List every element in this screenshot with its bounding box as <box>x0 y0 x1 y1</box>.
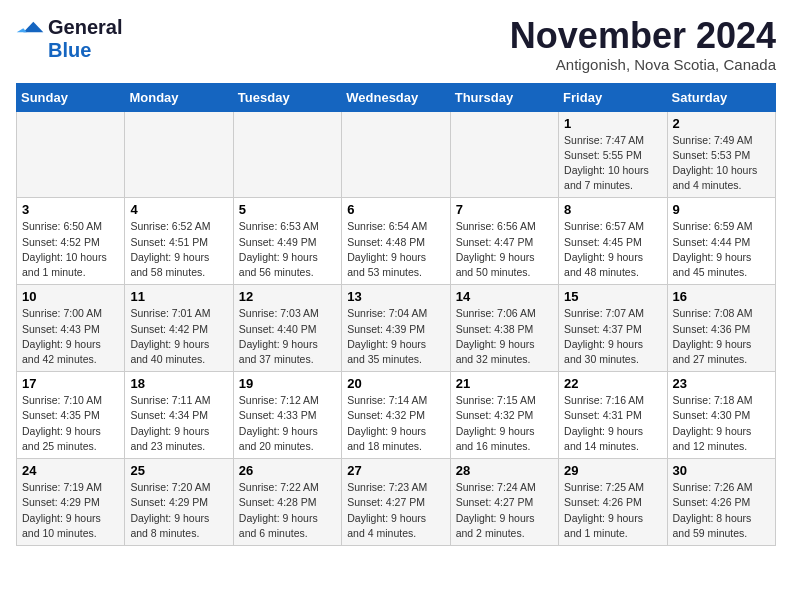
day-info: Sunrise: 7:25 AM Sunset: 4:26 PM Dayligh… <box>564 480 661 541</box>
day-info: Sunrise: 7:22 AM Sunset: 4:28 PM Dayligh… <box>239 480 336 541</box>
location: Antigonish, Nova Scotia, Canada <box>510 56 776 73</box>
day-header-saturday: Saturday <box>667 83 775 111</box>
day-number: 16 <box>673 289 770 304</box>
day-info: Sunrise: 7:47 AM Sunset: 5:55 PM Dayligh… <box>564 133 661 194</box>
calendar-cell: 5Sunrise: 6:53 AM Sunset: 4:49 PM Daylig… <box>233 198 341 285</box>
calendar-cell: 1Sunrise: 7:47 AM Sunset: 5:55 PM Daylig… <box>559 111 667 198</box>
day-number: 26 <box>239 463 336 478</box>
day-number: 8 <box>564 202 661 217</box>
day-info: Sunrise: 6:59 AM Sunset: 4:44 PM Dayligh… <box>673 219 770 280</box>
day-number: 18 <box>130 376 227 391</box>
day-info: Sunrise: 7:14 AM Sunset: 4:32 PM Dayligh… <box>347 393 444 454</box>
day-info: Sunrise: 6:54 AM Sunset: 4:48 PM Dayligh… <box>347 219 444 280</box>
day-info: Sunrise: 7:07 AM Sunset: 4:37 PM Dayligh… <box>564 306 661 367</box>
calendar-cell: 26Sunrise: 7:22 AM Sunset: 4:28 PM Dayli… <box>233 459 341 546</box>
calendar-cell: 8Sunrise: 6:57 AM Sunset: 4:45 PM Daylig… <box>559 198 667 285</box>
logo-icon <box>16 19 44 35</box>
calendar-cell: 22Sunrise: 7:16 AM Sunset: 4:31 PM Dayli… <box>559 372 667 459</box>
calendar-cell: 24Sunrise: 7:19 AM Sunset: 4:29 PM Dayli… <box>17 459 125 546</box>
day-info: Sunrise: 6:52 AM Sunset: 4:51 PM Dayligh… <box>130 219 227 280</box>
calendar-cell: 13Sunrise: 7:04 AM Sunset: 4:39 PM Dayli… <box>342 285 450 372</box>
calendar-cell <box>17 111 125 198</box>
calendar-cell: 10Sunrise: 7:00 AM Sunset: 4:43 PM Dayli… <box>17 285 125 372</box>
month-title: November 2024 <box>510 16 776 56</box>
day-info: Sunrise: 7:08 AM Sunset: 4:36 PM Dayligh… <box>673 306 770 367</box>
calendar-cell: 19Sunrise: 7:12 AM Sunset: 4:33 PM Dayli… <box>233 372 341 459</box>
calendar-cell: 6Sunrise: 6:54 AM Sunset: 4:48 PM Daylig… <box>342 198 450 285</box>
day-number: 25 <box>130 463 227 478</box>
logo: General Blue <box>16 16 122 62</box>
calendar-cell: 11Sunrise: 7:01 AM Sunset: 4:42 PM Dayli… <box>125 285 233 372</box>
logo-blue: Blue <box>48 39 91 62</box>
day-info: Sunrise: 7:15 AM Sunset: 4:32 PM Dayligh… <box>456 393 553 454</box>
svg-marker-0 <box>23 21 43 32</box>
calendar-cell: 3Sunrise: 6:50 AM Sunset: 4:52 PM Daylig… <box>17 198 125 285</box>
day-number: 5 <box>239 202 336 217</box>
day-number: 2 <box>673 116 770 131</box>
logo-general: General <box>48 16 122 38</box>
calendar-cell: 12Sunrise: 7:03 AM Sunset: 4:40 PM Dayli… <box>233 285 341 372</box>
day-number: 17 <box>22 376 119 391</box>
calendar-cell: 7Sunrise: 6:56 AM Sunset: 4:47 PM Daylig… <box>450 198 558 285</box>
calendar-cell: 29Sunrise: 7:25 AM Sunset: 4:26 PM Dayli… <box>559 459 667 546</box>
day-number: 1 <box>564 116 661 131</box>
day-info: Sunrise: 7:12 AM Sunset: 4:33 PM Dayligh… <box>239 393 336 454</box>
day-info: Sunrise: 7:11 AM Sunset: 4:34 PM Dayligh… <box>130 393 227 454</box>
day-info: Sunrise: 7:23 AM Sunset: 4:27 PM Dayligh… <box>347 480 444 541</box>
day-header-sunday: Sunday <box>17 83 125 111</box>
calendar-cell: 14Sunrise: 7:06 AM Sunset: 4:38 PM Dayli… <box>450 285 558 372</box>
day-number: 11 <box>130 289 227 304</box>
calendar-cell: 16Sunrise: 7:08 AM Sunset: 4:36 PM Dayli… <box>667 285 775 372</box>
svg-marker-1 <box>17 28 27 32</box>
calendar-cell: 27Sunrise: 7:23 AM Sunset: 4:27 PM Dayli… <box>342 459 450 546</box>
calendar-table: SundayMondayTuesdayWednesdayThursdayFrid… <box>16 83 776 546</box>
day-header-tuesday: Tuesday <box>233 83 341 111</box>
day-info: Sunrise: 7:19 AM Sunset: 4:29 PM Dayligh… <box>22 480 119 541</box>
calendar-cell <box>450 111 558 198</box>
day-info: Sunrise: 6:57 AM Sunset: 4:45 PM Dayligh… <box>564 219 661 280</box>
calendar-cell: 21Sunrise: 7:15 AM Sunset: 4:32 PM Dayli… <box>450 372 558 459</box>
calendar-cell: 23Sunrise: 7:18 AM Sunset: 4:30 PM Dayli… <box>667 372 775 459</box>
calendar-cell: 20Sunrise: 7:14 AM Sunset: 4:32 PM Dayli… <box>342 372 450 459</box>
day-header-wednesday: Wednesday <box>342 83 450 111</box>
day-number: 6 <box>347 202 444 217</box>
day-header-monday: Monday <box>125 83 233 111</box>
day-number: 10 <box>22 289 119 304</box>
calendar-cell: 2Sunrise: 7:49 AM Sunset: 5:53 PM Daylig… <box>667 111 775 198</box>
day-info: Sunrise: 7:10 AM Sunset: 4:35 PM Dayligh… <box>22 393 119 454</box>
day-info: Sunrise: 7:04 AM Sunset: 4:39 PM Dayligh… <box>347 306 444 367</box>
day-number: 7 <box>456 202 553 217</box>
day-info: Sunrise: 7:20 AM Sunset: 4:29 PM Dayligh… <box>130 480 227 541</box>
calendar-cell: 15Sunrise: 7:07 AM Sunset: 4:37 PM Dayli… <box>559 285 667 372</box>
day-info: Sunrise: 7:49 AM Sunset: 5:53 PM Dayligh… <box>673 133 770 194</box>
day-info: Sunrise: 6:53 AM Sunset: 4:49 PM Dayligh… <box>239 219 336 280</box>
day-number: 14 <box>456 289 553 304</box>
day-info: Sunrise: 6:56 AM Sunset: 4:47 PM Dayligh… <box>456 219 553 280</box>
calendar-cell <box>125 111 233 198</box>
day-info: Sunrise: 7:18 AM Sunset: 4:30 PM Dayligh… <box>673 393 770 454</box>
day-number: 3 <box>22 202 119 217</box>
day-number: 21 <box>456 376 553 391</box>
header: General Blue November 2024 Antigonish, N… <box>16 16 776 73</box>
day-number: 23 <box>673 376 770 391</box>
day-number: 4 <box>130 202 227 217</box>
day-info: Sunrise: 7:01 AM Sunset: 4:42 PM Dayligh… <box>130 306 227 367</box>
day-number: 13 <box>347 289 444 304</box>
day-number: 9 <box>673 202 770 217</box>
day-info: Sunrise: 7:24 AM Sunset: 4:27 PM Dayligh… <box>456 480 553 541</box>
title-area: November 2024 Antigonish, Nova Scotia, C… <box>510 16 776 73</box>
calendar-cell: 25Sunrise: 7:20 AM Sunset: 4:29 PM Dayli… <box>125 459 233 546</box>
day-info: Sunrise: 6:50 AM Sunset: 4:52 PM Dayligh… <box>22 219 119 280</box>
calendar-cell <box>342 111 450 198</box>
day-info: Sunrise: 7:00 AM Sunset: 4:43 PM Dayligh… <box>22 306 119 367</box>
day-number: 29 <box>564 463 661 478</box>
day-number: 28 <box>456 463 553 478</box>
day-info: Sunrise: 7:06 AM Sunset: 4:38 PM Dayligh… <box>456 306 553 367</box>
day-info: Sunrise: 7:03 AM Sunset: 4:40 PM Dayligh… <box>239 306 336 367</box>
calendar-cell: 28Sunrise: 7:24 AM Sunset: 4:27 PM Dayli… <box>450 459 558 546</box>
calendar-cell: 17Sunrise: 7:10 AM Sunset: 4:35 PM Dayli… <box>17 372 125 459</box>
day-header-friday: Friday <box>559 83 667 111</box>
day-header-thursday: Thursday <box>450 83 558 111</box>
day-number: 24 <box>22 463 119 478</box>
calendar-cell: 4Sunrise: 6:52 AM Sunset: 4:51 PM Daylig… <box>125 198 233 285</box>
